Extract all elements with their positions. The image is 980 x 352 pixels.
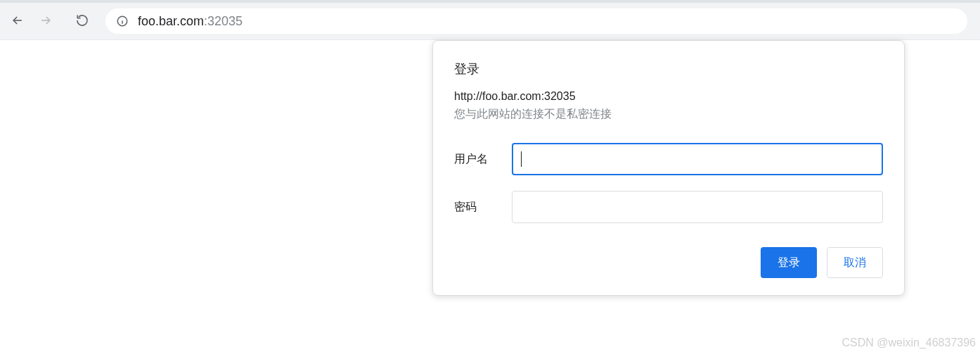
forward-button[interactable] <box>34 9 58 33</box>
svg-point-2 <box>122 18 123 19</box>
dialog-origin: http://foo.bar.com:32035 <box>454 90 883 103</box>
text-cursor <box>521 151 522 167</box>
address-bar[interactable]: foo.bar.com:32035 <box>105 8 967 34</box>
page-content: 登录 http://foo.bar.com:32035 您与此网站的连接不是私密… <box>0 39 980 352</box>
username-input[interactable] <box>512 143 883 175</box>
cancel-button-label: 取消 <box>844 256 866 270</box>
watermark-text: CSDN @weixin_46837396 <box>842 337 976 349</box>
arrow-right-icon <box>39 13 53 30</box>
back-button[interactable] <box>6 9 30 33</box>
http-auth-dialog: 登录 http://foo.bar.com:32035 您与此网站的连接不是私密… <box>432 40 905 296</box>
dialog-warning: 您与此网站的连接不是私密连接 <box>454 107 883 122</box>
url-port: :32035 <box>204 14 243 29</box>
login-button-label: 登录 <box>778 256 800 270</box>
password-input[interactable] <box>512 191 883 223</box>
arrow-left-icon <box>11 13 25 30</box>
url-host: foo.bar.com <box>138 14 204 29</box>
browser-toolbar: foo.bar.com:32035 <box>0 3 980 39</box>
reload-button[interactable] <box>70 9 94 33</box>
login-button[interactable]: 登录 <box>761 247 817 278</box>
cancel-button[interactable]: 取消 <box>827 247 883 278</box>
info-icon[interactable] <box>115 14 129 28</box>
username-label: 用户名 <box>454 152 512 167</box>
dialog-title: 登录 <box>454 61 883 77</box>
reload-icon <box>75 13 89 30</box>
password-label: 密码 <box>454 200 512 215</box>
